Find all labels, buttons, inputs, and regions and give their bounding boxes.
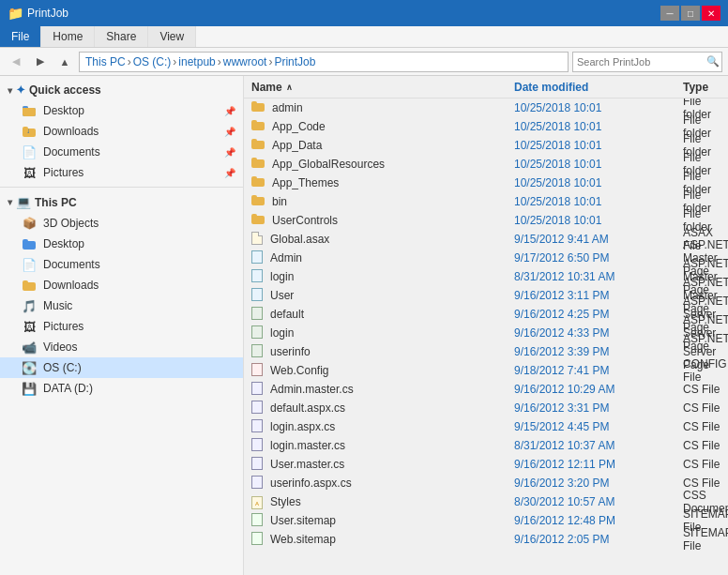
col-type-label: Type [683,81,708,94]
file-name-cell: default [251,307,514,323]
path-wwwroot[interactable]: wwwroot [223,55,267,68]
file-name-text: login [270,326,294,340]
pictures-label-pc: Pictures [43,320,83,333]
sidebar-item-documents-quick[interactable]: 📄 Documents 📌 [0,142,243,162]
sidebar-item-desktop[interactable]: Desktop [0,234,243,254]
address-path[interactable]: This PC › OS (C:) › inetpub › wwwroot › … [79,52,569,72]
forward-button[interactable]: ▶ [30,52,51,72]
sidebar-item-pictures-quick[interactable]: 🖼 Pictures 📌 [0,162,243,183]
table-row[interactable]: userinfo 9/16/2012 3:39 PM ASP.NET Serve… [244,342,728,361]
table-row[interactable]: Web.Config 9/18/2012 7:41 PM CONFIG File [244,361,728,380]
file-icon-folder [251,176,265,189]
sidebar-item-downloads-quick[interactable]: ↓ Downloads 📌 [0,121,243,142]
table-row[interactable]: userinfo.aspx.cs 9/16/2012 3:20 PM CS Fi… [244,474,728,492]
up-button[interactable]: ▲ [54,52,75,72]
table-row[interactable]: App_Themes 10/25/2018 10:01 File folder [244,174,728,192]
table-row[interactable]: User.sitemap 9/16/2012 12:48 PM SITEMAP … [244,511,728,530]
close-button[interactable]: ✕ [702,6,720,21]
table-row[interactable]: Admin.master.cs 9/16/2012 10:29 AM CS Fi… [244,380,728,399]
sidebar-item-datad[interactable]: 💾 DATA (D:) [0,378,243,399]
file-type-cell: CS File [683,383,720,396]
table-row[interactable]: Web.sitemap 9/16/2012 2:05 PM SITEMAP Fi… [244,530,728,549]
table-row[interactable]: User 9/16/2012 3:11 PM ASP.NET Master Pa… [244,286,728,305]
table-row[interactable]: admin 10/25/2018 10:01 File folder [244,98,728,117]
file-icon-folder [251,214,265,227]
file-name-cell: Admin.master.cs [251,382,514,398]
path-printjob[interactable]: PrintJob [274,55,315,68]
file-name-cell: bin [251,195,514,208]
file-icon-cs [251,401,263,416]
quick-access-star: ✦ [16,83,25,97]
path-thispc[interactable]: This PC [85,55,126,68]
sidebar-item-music[interactable]: 🎵 Music [0,295,243,316]
table-row[interactable]: UserControls 10/25/2018 10:01 File folde… [244,211,728,230]
file-icon-asax [251,232,263,248]
sidebar-item-downloads-pc[interactable]: Downloads [0,275,243,295]
table-row[interactable]: default 9/16/2012 4:25 PM ASP.NET Server… [244,305,728,324]
table-row[interactable]: default.aspx.cs 9/16/2012 3:31 PM CS Fil… [244,399,728,417]
desktop-icon [21,236,38,251]
sidebar-item-desktop-quick[interactable]: Desktop 📌 [0,100,243,121]
table-row[interactable]: App_GlobalResources 10/25/2018 10:01 Fil… [244,155,728,174]
table-row[interactable]: App_Data 10/25/2018 10:01 File folder [244,136,728,155]
datad-icon: 💾 [21,381,38,396]
search-box[interactable]: 🔍 [572,52,722,72]
osc-icon: 💽 [21,360,38,375]
file-icon-cs [251,382,263,398]
file-name-text: User.master.cs [270,458,344,471]
col-name-header[interactable]: Name ∧ [251,81,514,94]
sidebar-item-3dobjects[interactable]: 📦 3D Objects [0,213,243,234]
sidebar-item-documents-pc[interactable]: 📄 Documents [0,254,243,275]
quick-access-header[interactable]: ▾ ✦ Quick access [0,80,243,100]
minimize-button[interactable]: ─ [660,6,679,21]
path-osc[interactable]: OS (C:) [133,55,172,68]
downloads-label-pc: Downloads [43,279,99,292]
file-icon-folder [251,139,265,152]
table-row[interactable]: A Styles 8/30/2012 10:57 AM CSS Document [244,492,728,511]
table-row[interactable]: login 8/31/2012 10:31 AM ASP.NET Master … [244,267,728,286]
col-date-header[interactable]: Date modified [514,81,683,94]
table-row[interactable]: Global.asax 9/15/2012 9:41 AM ASAX File [244,230,728,249]
back-button[interactable]: ◀ [6,52,26,72]
pin-icon-documents: 📌 [224,147,235,158]
pictures-label: Pictures [43,166,83,179]
file-name-text: App_Code [272,120,326,133]
path-inetpub[interactable]: inetpub [178,55,215,68]
col-type-header[interactable]: Type [683,81,720,94]
sidebar-item-pictures-pc[interactable]: 🖼 Pictures [0,316,243,337]
documents-label-pc: Documents [43,258,100,271]
file-icon-cs [251,457,263,473]
table-row[interactable]: login 9/16/2012 4:33 PM ASP.NET Server P… [244,324,728,342]
sidebar-item-osc[interactable]: 💽 OS (C:) [0,357,243,378]
file-icon-cs [251,419,263,435]
tab-file[interactable]: File [0,26,41,47]
file-date-cell: 9/17/2012 6:50 PM [514,251,683,265]
file-date-cell: 10/25/2018 10:01 [514,195,683,208]
file-name-text: Styles [270,495,301,508]
table-row[interactable]: bin 10/25/2018 10:01 File folder [244,192,728,211]
maximize-button[interactable]: □ [681,6,700,21]
file-name-cell: default.aspx.cs [251,401,514,416]
tab-home[interactable]: Home [41,26,95,47]
file-icon-sitemap [251,532,263,548]
pin-icon-downloads: 📌 [224,127,235,137]
table-row[interactable]: login.master.cs 8/31/2012 10:37 AM CS Fi… [244,436,728,455]
search-input[interactable] [577,56,706,68]
file-name-text: User.sitemap [270,514,336,527]
table-row[interactable]: App_Code 10/25/2018 10:01 File folder [244,117,728,136]
table-row[interactable]: Admin 9/17/2012 6:50 PM ASP.NET Master P… [244,249,728,267]
tab-share[interactable]: Share [95,26,148,47]
sidebar-item-videos[interactable]: 📹 Videos [0,337,243,357]
thispc-header[interactable]: ▾ 💻 This PC [0,191,243,213]
file-icon-folder [251,120,265,133]
tab-view[interactable]: View [148,26,196,47]
table-row[interactable]: User.master.cs 9/16/2012 12:11 PM CS Fil… [244,455,728,474]
file-name-text: Global.asax [270,233,329,246]
file-icon-config [251,363,263,379]
file-name-text: App_Themes [272,176,339,189]
table-row[interactable]: login.aspx.cs 9/15/2012 4:45 PM CS File [244,417,728,436]
sort-arrow-icon: ∧ [286,83,293,92]
pin-icon-pictures: 📌 [224,168,235,178]
file-date-cell: 10/25/2018 10:01 [514,139,683,152]
file-icon-aspx [251,344,263,360]
